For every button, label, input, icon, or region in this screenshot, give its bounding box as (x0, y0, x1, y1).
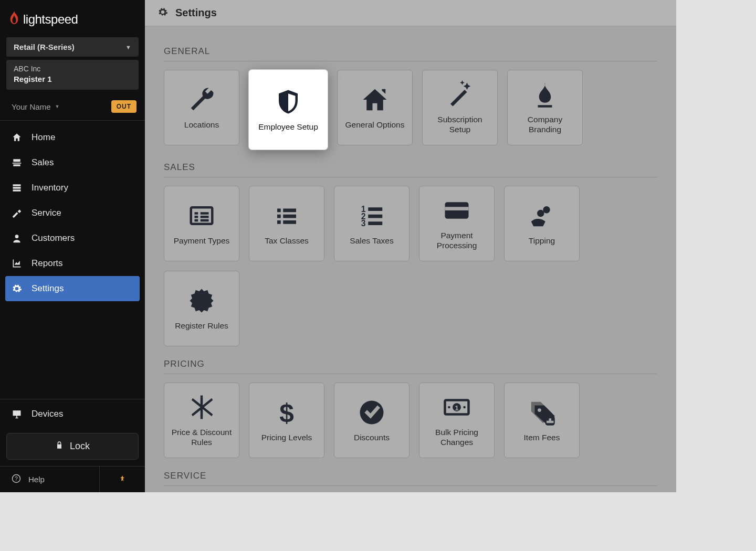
nav-label: Service (32, 208, 61, 218)
check-circle-icon (358, 398, 386, 427)
tile-label: Tax Classes (265, 236, 309, 246)
list-icon (272, 202, 301, 230)
tile-item-fees[interactable]: Item Fees (504, 383, 580, 458)
tile-label: Register Rules (175, 321, 228, 331)
wrench-icon (187, 86, 216, 114)
help-label: Help (28, 475, 45, 484)
tile-label: Payment Types (174, 236, 230, 246)
user-icon (12, 233, 22, 243)
tile-label: Bulk Pricing Changes (424, 428, 490, 447)
divider (164, 374, 657, 374)
primary-nav: Home Sales Inventory Service Customers R… (0, 121, 145, 399)
tile-label: Subscription Setup (427, 115, 493, 134)
section-title-sales: SALES (164, 162, 657, 173)
tile-register-rules[interactable]: Register Rules (164, 271, 239, 346)
nav-home[interactable]: Home (0, 125, 145, 150)
lock-label: Lock (70, 441, 90, 452)
tile-locations[interactable]: Locations (164, 70, 239, 145)
svg-text:$: $ (279, 398, 294, 427)
nav-inventory[interactable]: Inventory (0, 175, 145, 200)
svg-rect-8 (445, 207, 469, 211)
tile-label: Locations (184, 120, 219, 130)
chevron-down-icon: ▼ (55, 104, 60, 109)
tip-icon (528, 202, 556, 230)
tile-company-branding[interactable]: Company Branding (507, 70, 583, 145)
credit-card-icon (443, 196, 471, 225)
tile-employee-setup[interactable]: Employee Setup (249, 70, 328, 150)
divider (164, 177, 657, 177)
tile-bulk-pricing-changes[interactable]: 1 Bulk Pricing Changes (419, 383, 495, 458)
tile-tax-classes[interactable]: Tax Classes (249, 186, 324, 261)
brand-logo[interactable]: lightspeed (0, 0, 145, 32)
pin-button[interactable] (100, 467, 145, 492)
dollar-icon: $ (272, 398, 301, 427)
user-name: Your Name (12, 102, 51, 111)
tile-payment-processing[interactable]: Payment Processing (419, 186, 495, 261)
nav-devices[interactable]: Devices (0, 399, 145, 427)
tile-general-options[interactable]: General Options (337, 70, 413, 145)
tile-label: Employee Setup (258, 122, 318, 132)
nav-label: Inventory (32, 183, 68, 193)
svg-point-17 (463, 406, 466, 409)
numbered-list-icon: 123 (358, 202, 386, 230)
lock-icon (55, 441, 64, 452)
sidebar-bottom: Devices Lock ? Help (0, 399, 145, 492)
tiles-pricing: Price & Discount Rules $ Pricing Levels … (164, 383, 657, 458)
gear-icon (158, 7, 168, 19)
nav-label: Sales (32, 157, 54, 168)
store-info[interactable]: ABC Inc Register 1 (6, 60, 139, 90)
lock-button[interactable]: Lock (6, 433, 139, 460)
content: GENERAL Locations Employee Setup General… (145, 26, 676, 492)
series-selector-label: Retail (R-Series) (14, 43, 75, 51)
money-icon: 1 (443, 393, 471, 421)
flame-icon (531, 80, 559, 109)
chart-icon (12, 258, 22, 269)
user-row: Your Name ▼ OUT (0, 93, 145, 121)
tile-pricing-levels[interactable]: $ Pricing Levels (249, 383, 324, 458)
nav-reports[interactable]: Reports (0, 251, 145, 276)
tile-sales-taxes[interactable]: 123 Sales Taxes (334, 186, 410, 261)
tile-price-discount-rules[interactable]: Price & Discount Rules (164, 383, 239, 458)
nav-label: Customers (32, 233, 75, 243)
house-icon (361, 86, 389, 114)
tile-label: Price & Discount Rules (169, 428, 235, 447)
asterisk-icon (187, 393, 216, 421)
drawer-icon (12, 183, 22, 193)
sidebar: lightspeed Retail (R-Series) ▼ ABC Inc R… (0, 0, 145, 492)
nav-service[interactable]: Service (0, 200, 145, 226)
svg-point-10 (537, 209, 544, 217)
series-selector[interactable]: Retail (R-Series) ▼ (6, 37, 139, 57)
nav-label: Settings (32, 283, 64, 294)
help-button[interactable]: ? Help (0, 467, 100, 492)
nav-label: Home (32, 132, 55, 143)
tile-payment-types[interactable]: Payment Types (164, 186, 239, 261)
tile-tipping[interactable]: Tipping (504, 186, 580, 261)
svg-point-16 (448, 406, 450, 409)
nav-customers[interactable]: Customers (0, 226, 145, 251)
nav-settings[interactable]: Settings (5, 276, 140, 301)
hammer-icon (12, 208, 22, 218)
tile-label: Company Branding (512, 115, 578, 134)
page-title: Settings (175, 7, 217, 19)
nav-label: Devices (32, 409, 63, 419)
user-menu[interactable]: Your Name ▼ (12, 102, 59, 111)
tags-plus-icon (528, 398, 556, 427)
tile-subscription-setup[interactable]: Subscription Setup (422, 70, 498, 145)
form-icon (187, 202, 216, 230)
clock-out-badge[interactable]: OUT (111, 100, 136, 113)
brand-text: lightspeed (23, 12, 78, 27)
tile-label: Sales Taxes (350, 236, 393, 246)
flame-icon (8, 10, 20, 28)
tile-label: Item Fees (524, 433, 560, 443)
nav-sales[interactable]: Sales (0, 150, 145, 175)
tiles-sales: Payment Types Tax Classes 123 Sales Taxe… (164, 186, 657, 346)
section-title-pricing: PRICING (164, 359, 657, 369)
pin-icon (119, 474, 126, 485)
section-title-general: GENERAL (164, 46, 657, 57)
company-name: ABC Inc (14, 64, 131, 74)
tile-label: Discounts (354, 433, 390, 443)
tile-discounts[interactable]: Discounts (334, 383, 410, 458)
shield-icon (274, 88, 302, 116)
seal-icon (187, 287, 216, 315)
divider (164, 485, 657, 486)
